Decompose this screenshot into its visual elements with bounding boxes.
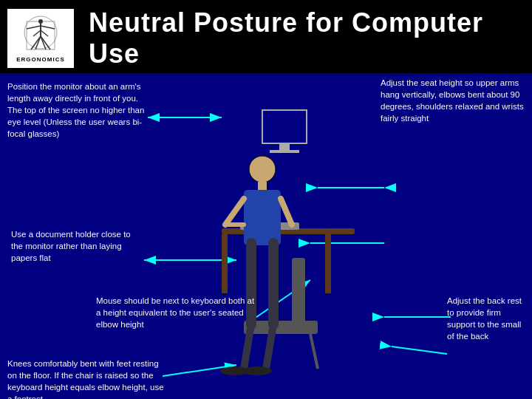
svg-rect-27 bbox=[279, 143, 290, 151]
logo-label: ERGONOMICS bbox=[16, 56, 65, 63]
svg-rect-30 bbox=[325, 234, 331, 293]
svg-rect-39 bbox=[244, 190, 281, 245]
doc-holder-text: Use a document holder close to the monit… bbox=[11, 228, 140, 264]
svg-line-7 bbox=[41, 30, 48, 36]
svg-line-4 bbox=[27, 26, 41, 29]
svg-line-5 bbox=[41, 26, 55, 29]
svg-rect-28 bbox=[270, 150, 299, 153]
human-figure-area bbox=[148, 95, 384, 383]
header: ERGONOMICS Neutral Posture for Computer … bbox=[0, 0, 532, 73]
human-figure-svg bbox=[148, 95, 384, 383]
main-content: Position the monitor about an arm's leng… bbox=[0, 73, 532, 399]
svg-rect-38 bbox=[258, 182, 267, 191]
back-rest-text: Adjust the back rest to provide firm sup… bbox=[447, 295, 528, 342]
svg-line-42 bbox=[281, 199, 292, 225]
logo-box: ERGONOMICS bbox=[7, 9, 74, 68]
vitruvian-icon bbox=[21, 14, 61, 55]
svg-line-36 bbox=[310, 334, 318, 369]
svg-line-40 bbox=[225, 199, 244, 225]
svg-point-48 bbox=[242, 366, 272, 375]
page-title: Neutral Posture for Computer Use bbox=[89, 7, 517, 69]
mouse-text: Mouse should be next to keyboard both at… bbox=[96, 295, 255, 330]
svg-point-2 bbox=[38, 19, 43, 24]
svg-point-37 bbox=[249, 156, 276, 183]
monitor-text: Position the monitor about an arm's leng… bbox=[7, 81, 151, 140]
svg-line-24 bbox=[392, 347, 447, 354]
knees-text: Knees comfortably bent with feet resting… bbox=[7, 358, 166, 399]
svg-line-6 bbox=[33, 30, 41, 36]
svg-rect-26 bbox=[262, 110, 307, 143]
svg-rect-31 bbox=[222, 234, 228, 293]
seat-height-text: Adjust the seat height so upper arms han… bbox=[381, 77, 525, 124]
